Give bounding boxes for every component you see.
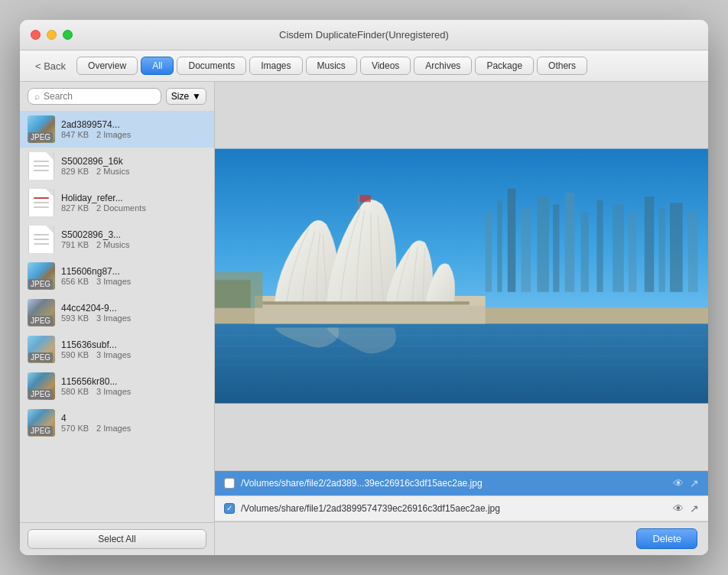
preview-panel: /Volumes/share/file2/2ad389...39ec26916c… — [215, 82, 708, 555]
file-info: 2ad3899574... 847 KB 2 Images — [61, 119, 206, 139]
tab-group: Overview All Documents Images Musics Vid… — [76, 57, 587, 75]
file-type-badge: JPEG — [28, 279, 53, 289]
file-rows: /Volumes/share/file2/2ad389...39ec26916c… — [215, 470, 708, 521]
tab-others[interactable]: Others — [537, 57, 587, 75]
select-all-button[interactable]: Select All — [28, 529, 206, 549]
file-meta: 827 KB 2 Documents — [61, 203, 206, 213]
tab-package[interactable]: Package — [475, 57, 534, 75]
sort-chevron-icon: ▼ — [192, 91, 201, 102]
list-item[interactable]: JPEG 115606ng87... 656 KB 3 Images — [20, 258, 214, 294]
file-list: JPEG 2ad3899574... 847 KB 2 Images — [20, 111, 214, 522]
tab-musics[interactable]: Musics — [306, 57, 357, 75]
checkbox-1[interactable] — [224, 478, 235, 489]
app-window: Cisdem DuplicateFinder(Unregistered) < B… — [20, 20, 708, 555]
file-count: 3 Images — [96, 387, 131, 396]
checkbox-2[interactable]: ✓ — [224, 503, 235, 514]
file-meta: 593 KB 3 Images — [61, 313, 206, 323]
close-button[interactable] — [31, 30, 41, 40]
svg-rect-13 — [659, 209, 665, 292]
file-info: 4 570 KB 2 Images — [61, 413, 206, 433]
tab-all[interactable]: All — [141, 57, 174, 75]
file-meta: 656 KB 3 Images — [61, 277, 206, 286]
file-thumbnail — [28, 189, 55, 216]
tab-videos[interactable]: Videos — [360, 57, 411, 75]
file-name: 115656kr80... — [61, 376, 206, 387]
file-type-badge: JPEG — [28, 316, 53, 326]
file-size: 847 KB — [61, 130, 89, 139]
preview-icon[interactable]: 👁 — [673, 502, 684, 515]
delete-button[interactable]: Delete — [636, 528, 697, 549]
file-count: 3 Images — [96, 350, 131, 359]
svg-rect-11 — [629, 213, 636, 292]
file-size: 580 KB — [61, 387, 89, 396]
tab-archives[interactable]: Archives — [414, 57, 472, 75]
file-thumbnail: JPEG — [28, 262, 55, 290]
svg-rect-27 — [359, 195, 371, 202]
file-row-icons: 👁 ↗ — [673, 477, 699, 489]
tab-images[interactable]: Images — [249, 57, 302, 75]
file-info: 115656kr80... 580 KB 3 Images — [61, 376, 206, 396]
svg-rect-7 — [565, 193, 574, 292]
file-name: Holiday_refer... — [61, 193, 206, 203]
main-content: ⌕ Size ▼ JPEG 2ad3899574 — [20, 82, 708, 555]
svg-rect-26 — [358, 195, 359, 210]
sidebar: ⌕ Size ▼ JPEG 2ad3899574 — [20, 82, 215, 555]
svg-rect-4 — [522, 209, 531, 292]
list-item[interactable]: S5002896_3... 791 KB 2 Musics — [20, 221, 214, 258]
file-count: 3 Images — [96, 313, 131, 323]
file-size: 590 KB — [61, 350, 89, 359]
list-item[interactable]: JPEG 115656kr80... 580 KB 3 Images — [20, 368, 214, 404]
file-thumbnail: JPEG — [28, 336, 55, 363]
svg-rect-1 — [486, 213, 492, 292]
file-info: 115636subf... 590 KB 3 Images — [61, 339, 206, 359]
back-button[interactable]: < Back — [31, 58, 70, 74]
file-thumbnail: JPEG — [28, 299, 55, 326]
tab-documents[interactable]: Documents — [177, 57, 246, 75]
list-item[interactable]: JPEG 115636subf... 590 KB 3 Images — [20, 331, 214, 368]
search-input[interactable] — [44, 91, 154, 102]
file-size: 829 KB — [61, 167, 89, 176]
list-item[interactable]: JPEG 4 570 KB 2 Images — [20, 404, 214, 441]
file-name: 2ad3899574... — [61, 119, 206, 130]
file-count: 2 Musics — [96, 240, 129, 249]
file-type-badge: JPEG — [28, 352, 53, 362]
file-size: 570 KB — [61, 424, 89, 433]
svg-rect-3 — [508, 189, 515, 292]
list-item[interactable]: Holiday_refer... 827 KB 2 Documents — [20, 184, 214, 221]
file-info: Holiday_refer... 827 KB 2 Documents — [61, 193, 206, 213]
open-icon[interactable]: ↗ — [690, 477, 699, 489]
file-meta: 590 KB 3 Images — [61, 350, 206, 359]
minimize-button[interactable] — [47, 30, 57, 40]
file-row[interactable]: ✓ /Volumes/share/file1/2ad3899574739ec26… — [215, 496, 708, 521]
list-item[interactable]: S5002896_16k 829 KB 2 Musics — [20, 148, 214, 184]
file-name: S5002896_3... — [61, 229, 206, 240]
maximize-button[interactable] — [63, 30, 73, 40]
file-size: 791 KB — [61, 240, 89, 249]
file-count: 2 Images — [96, 130, 131, 139]
file-type-badge: JPEG — [28, 132, 53, 142]
checkmark-icon: ✓ — [226, 505, 232, 512]
sort-select[interactable]: Size ▼ — [166, 88, 206, 105]
list-item[interactable]: JPEG 44cc4204-9... 593 KB 3 Images — [20, 294, 214, 331]
search-box[interactable]: ⌕ — [28, 88, 161, 105]
svg-rect-9 — [596, 200, 603, 292]
file-meta: 791 KB 2 Musics — [61, 240, 206, 249]
file-thumbnail: JPEG — [28, 372, 55, 400]
svg-rect-14 — [670, 203, 683, 292]
tab-overview[interactable]: Overview — [76, 57, 138, 75]
preview-icon[interactable]: 👁 — [673, 477, 684, 489]
file-info: 44cc4204-9... 593 KB 3 Images — [61, 303, 206, 323]
file-thumbnail — [28, 152, 55, 180]
bottom-bar: Delete — [215, 521, 708, 555]
file-row[interactable]: /Volumes/share/file2/2ad389...39ec26916c… — [215, 471, 708, 496]
file-type-badge: JPEG — [28, 426, 53, 436]
file-name: 44cc4204-9... — [61, 303, 206, 313]
file-size: 593 KB — [61, 313, 89, 323]
file-path-1: /Volumes/share/file2/2ad389...39ec26916c… — [241, 478, 667, 489]
svg-rect-22 — [255, 304, 486, 323]
open-icon[interactable]: ↗ — [690, 502, 699, 515]
file-name: 115606ng87... — [61, 266, 206, 277]
list-item[interactable]: JPEG 2ad3899574... 847 KB 2 Images — [20, 111, 214, 148]
file-info: 115606ng87... 656 KB 3 Images — [61, 266, 206, 286]
file-meta: 847 KB 2 Images — [61, 130, 206, 139]
